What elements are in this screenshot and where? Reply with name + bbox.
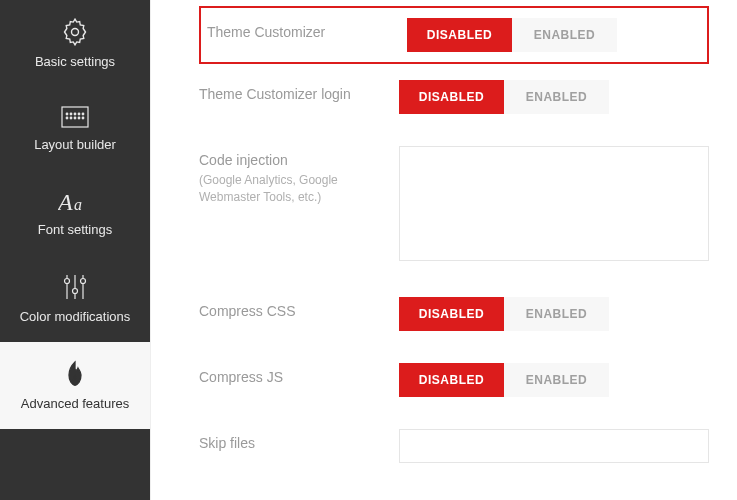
- gear-icon: [61, 18, 89, 46]
- svg-point-11: [82, 117, 84, 119]
- toggle-enabled-button[interactable]: ENABLED: [512, 18, 617, 52]
- toggle-disabled-button[interactable]: DISABLED: [407, 18, 512, 52]
- font-icon: A a: [58, 188, 92, 214]
- grid-icon: [61, 105, 89, 129]
- sidebar-item-label: Basic settings: [35, 54, 115, 69]
- svg-point-5: [78, 113, 80, 115]
- svg-point-10: [78, 117, 80, 119]
- sidebar-item-basic-settings[interactable]: Basic settings: [0, 0, 150, 87]
- sidebar-item-layout-builder[interactable]: Layout builder: [0, 87, 150, 170]
- toggle-enabled-button[interactable]: ENABLED: [504, 80, 609, 114]
- svg-point-4: [74, 113, 76, 115]
- flame-icon: [63, 360, 87, 388]
- sidebar-item-advanced-features[interactable]: Advanced features: [0, 342, 150, 429]
- svg-point-9: [74, 117, 76, 119]
- toggle-disabled-button[interactable]: DISABLED: [399, 297, 504, 331]
- row-code-injection: Code injection (Google Analytics, Google…: [199, 130, 709, 281]
- skip-files-input[interactable]: [399, 429, 709, 463]
- code-injection-textarea[interactable]: [399, 146, 709, 261]
- row-theme-customizer: Theme Customizer DISABLED ENABLED: [199, 6, 709, 64]
- label-code-injection: Code injection (Google Analytics, Google…: [199, 146, 399, 206]
- svg-point-7: [66, 117, 68, 119]
- svg-point-19: [81, 279, 86, 284]
- toggle-enabled-button[interactable]: ENABLED: [504, 363, 609, 397]
- sidebar-item-color-modifications[interactable]: Color modifications: [0, 255, 150, 342]
- label-compress-js: Compress JS: [199, 363, 399, 385]
- svg-text:a: a: [74, 196, 82, 213]
- toggle-theme-customizer-login: DISABLED ENABLED: [399, 80, 709, 114]
- sidebar-item-font-settings[interactable]: A a Font settings: [0, 170, 150, 255]
- svg-point-17: [73, 289, 78, 294]
- svg-point-0: [72, 29, 79, 36]
- sidebar: Basic settings Layout builder A a Font s…: [0, 0, 150, 500]
- label-skip-files: Skip files: [199, 429, 399, 451]
- sliders-icon: [62, 273, 88, 301]
- toggle-enabled-button[interactable]: ENABLED: [504, 297, 609, 331]
- toggle-theme-customizer: DISABLED ENABLED: [407, 18, 701, 52]
- svg-point-6: [82, 113, 84, 115]
- sidebar-item-label: Font settings: [38, 222, 112, 237]
- toggle-compress-css: DISABLED ENABLED: [399, 297, 709, 331]
- sidebar-item-label: Color modifications: [20, 309, 131, 324]
- row-theme-customizer-login: Theme Customizer login DISABLED ENABLED: [199, 64, 709, 130]
- toggle-disabled-button[interactable]: DISABLED: [399, 80, 504, 114]
- main-panel: Theme Customizer DISABLED ENABLED Theme …: [150, 0, 737, 500]
- row-skip-files: Skip files: [199, 413, 709, 479]
- svg-point-8: [70, 117, 72, 119]
- label-theme-customizer-login: Theme Customizer login: [199, 80, 399, 102]
- svg-point-15: [65, 279, 70, 284]
- svg-text:A: A: [58, 189, 73, 214]
- sidebar-item-label: Layout builder: [34, 137, 116, 152]
- toggle-disabled-button[interactable]: DISABLED: [399, 363, 504, 397]
- label-text: Code injection: [199, 152, 399, 168]
- row-compress-js: Compress JS DISABLED ENABLED: [199, 347, 709, 413]
- label-subtext: (Google Analytics, Google Webmaster Tool…: [199, 172, 399, 206]
- label-compress-css: Compress CSS: [199, 297, 399, 319]
- svg-point-3: [70, 113, 72, 115]
- row-compress-css: Compress CSS DISABLED ENABLED: [199, 281, 709, 347]
- sidebar-item-label: Advanced features: [21, 396, 129, 411]
- svg-point-2: [66, 113, 68, 115]
- toggle-compress-js: DISABLED ENABLED: [399, 363, 709, 397]
- label-theme-customizer: Theme Customizer: [207, 18, 407, 40]
